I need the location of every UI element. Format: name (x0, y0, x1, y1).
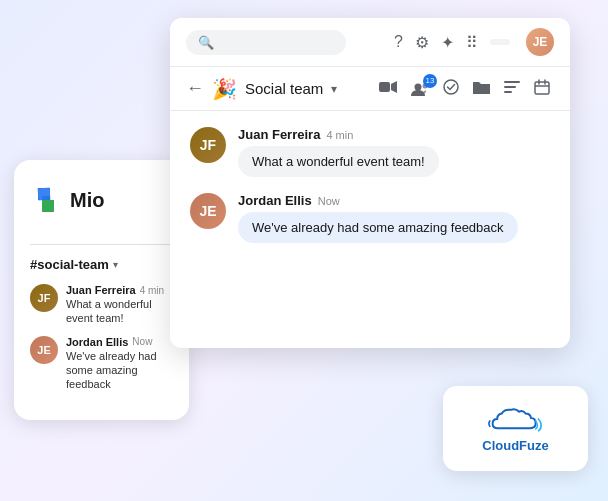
sender-row: Juan Ferreira 4 min (66, 284, 173, 296)
sender-row: Juan Ferreira 4 min (238, 127, 550, 142)
cloudfuze-card: CloudFuze (443, 386, 588, 471)
avatar: JE (30, 336, 58, 364)
message-group-1: JF Juan Ferreira 4 min What a wonderful … (190, 127, 550, 177)
folder-icon[interactable] (469, 76, 494, 101)
mio-brand-text: Mio (70, 189, 104, 212)
back-button[interactable]: ← (186, 78, 204, 99)
avatar-initials: JF (200, 137, 216, 153)
svg-marker-5 (391, 81, 397, 93)
svg-marker-1 (42, 200, 54, 212)
video-icon[interactable] (375, 76, 401, 101)
mini-time: 4 min (140, 285, 164, 296)
mini-time: Now (132, 336, 152, 347)
sender-name: Juan Ferreira (238, 127, 320, 142)
avatar-initials: JE (533, 35, 548, 49)
avatar-initials: JE (37, 344, 50, 356)
channel-title: Social team (245, 80, 323, 97)
avatar-initials: JF (38, 292, 51, 304)
apps-icon[interactable]: ⠿ (466, 33, 478, 52)
calendar-icon[interactable] (530, 75, 554, 102)
mini-message-text: We've already had some amazing feedback (66, 349, 173, 392)
help-icon[interactable]: ? (394, 33, 403, 51)
svg-rect-3 (42, 196, 50, 200)
svg-rect-4 (379, 82, 390, 92)
channel-emoji: 🎉 (212, 77, 237, 101)
cloudfuze-logo-area: CloudFuze (482, 404, 548, 453)
svg-point-8 (444, 80, 458, 94)
cloudfuze-name: CloudFuze (482, 438, 548, 453)
mio-msg-content-2: Jordan Ellis Now We've already had some … (66, 336, 173, 392)
mio-divider (30, 244, 173, 245)
topbar-icons: ? ⚙ ✦ ⠿ JE (394, 28, 554, 56)
mio-channel-header[interactable]: #social-team ▾ (30, 257, 173, 272)
mio-logo: Mio (30, 176, 173, 224)
message-bubble: We've already had some amazing feedback (238, 212, 518, 243)
search-icon: 🔍 (198, 35, 214, 50)
mio-icon (30, 184, 62, 216)
avatar: JF (30, 284, 58, 312)
format-icon[interactable] (500, 76, 524, 101)
sparkle-icon[interactable]: ✦ (441, 33, 454, 52)
channel-actions: 13 (375, 75, 554, 102)
chevron-down-icon: ▾ (113, 259, 118, 270)
mio-card: Mio #social-team ▾ JF Juan Ferreira 4 mi… (14, 160, 189, 420)
mini-message-text: What a wonderful event team! (66, 297, 173, 326)
people-count-badge: 13 (423, 74, 437, 88)
svg-rect-10 (504, 86, 516, 88)
sender-name: Jordan Ellis (238, 193, 312, 208)
channel-left: ← 🎉 Social team ▾ (186, 77, 337, 101)
svg-rect-11 (504, 91, 512, 93)
mio-msg-content-1: Juan Ferreira 4 min What a wonderful eve… (66, 284, 173, 326)
messages-area: JF Juan Ferreira 4 min What a wonderful … (170, 111, 570, 275)
mini-sender-name: Juan Ferreira (66, 284, 136, 296)
message-content-2: Jordan Ellis Now We've already had some … (238, 193, 550, 243)
message-content-1: Juan Ferreira 4 min What a wonderful eve… (238, 127, 550, 177)
mio-message-1: JF Juan Ferreira 4 min What a wonderful … (30, 284, 173, 326)
svg-point-6 (415, 83, 422, 90)
svg-rect-12 (535, 82, 549, 94)
sender-row: Jordan Ellis Now (66, 336, 173, 348)
search-bar[interactable]: 🔍 (186, 30, 346, 55)
avatar: JF (190, 127, 226, 163)
sender-row: Jordan Ellis Now (238, 193, 550, 208)
check-circle-icon[interactable] (439, 75, 463, 102)
message-group-2: JE Jordan Ellis Now We've already had so… (190, 193, 550, 243)
message-bubble: What a wonderful event team! (238, 146, 439, 177)
cloudfuze-icon (488, 404, 543, 434)
svg-rect-9 (504, 81, 520, 83)
avatar-initials: JE (199, 203, 216, 219)
people-icon[interactable]: 13 (407, 78, 433, 100)
time-label: 4 min (326, 129, 353, 141)
chat-topbar: 🔍 ? ⚙ ✦ ⠿ JE (170, 18, 570, 67)
settings-icon[interactable]: ⚙ (415, 33, 429, 52)
account-chip[interactable] (490, 39, 510, 45)
avatar[interactable]: JE (526, 28, 554, 56)
chevron-down-icon[interactable]: ▾ (331, 82, 337, 96)
mio-channel-name: #social-team (30, 257, 109, 272)
mini-sender-name: Jordan Ellis (66, 336, 128, 348)
chat-channel-bar: ← 🎉 Social team ▾ 13 (170, 67, 570, 111)
avatar: JE (190, 193, 226, 229)
time-label: Now (318, 195, 340, 207)
mio-message-2: JE Jordan Ellis Now We've already had so… (30, 336, 173, 392)
chat-card: 🔍 ? ⚙ ✦ ⠿ JE ← 🎉 Social team ▾ 13 (170, 18, 570, 348)
